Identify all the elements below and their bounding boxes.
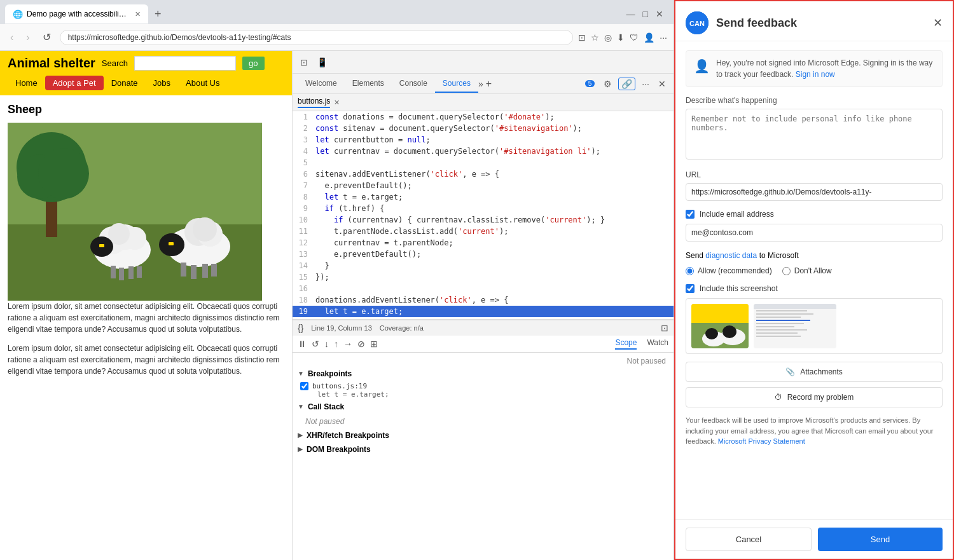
dom-section[interactable]: ▶ DOM Breakpoints [293,442,674,456]
step-button[interactable]: → [343,339,352,349]
svg-rect-24 [202,264,208,278]
screenshot-icon[interactable]: ⊡ [661,323,668,333]
minimize-button[interactable]: — [626,9,635,19]
site-nav: Home Adopt a Pet Donate Jobs About Us [0,76,292,95]
scope-tab[interactable]: Scope [615,338,637,350]
site-header: Animal shelter Search go [0,51,292,76]
site-go-button[interactable]: go [242,57,264,70]
breakpoints-label: Breakpoints [308,369,352,378]
tab-elements[interactable]: Elements [345,75,392,93]
code-line-14: 14 } [293,260,674,271]
deactivate-btn[interactable]: ⊘ [357,339,365,349]
signin-link[interactable]: Sign in now [796,70,835,79]
feedback-close-button[interactable]: ✕ [933,16,943,30]
screenshot-checkbox[interactable] [686,284,695,293]
send-button[interactable]: Send [818,528,943,551]
debugger-toolbar: ⏸ ↺ ↓ ↑ → ⊘ ⊞ Scope Watch [293,336,674,353]
feedback-tool-icon[interactable]: 🔗 [618,78,635,90]
breakpoint-checkbox[interactable] [300,382,308,390]
refresh-button[interactable]: ↺ [39,30,55,44]
nav-home[interactable]: Home [8,76,45,90]
curly-braces-icon[interactable]: {} [298,323,303,333]
code-line-2: 2 const sitenav = document.querySelector… [293,123,674,134]
cancel-button[interactable]: Cancel [686,528,812,551]
code-line-4: 4 let currentnav = document.querySelecto… [293,146,674,157]
step-out-button[interactable]: ↑ [334,339,338,349]
download-icon[interactable]: ⬇ [617,32,625,43]
watch-tab[interactable]: Watch [647,338,668,350]
record-button[interactable]: ⏱ Record my problem [686,387,943,407]
tab-welcome[interactable]: Welcome [298,75,345,93]
more-icon[interactable]: ··· [660,32,667,43]
file-tab-name[interactable]: buttons.js [298,97,330,108]
address-input[interactable] [60,30,574,45]
more-tools-icon[interactable]: ··· [639,78,652,90]
callstack-section[interactable]: ▼ Call Stack [293,400,674,414]
close-button[interactable]: ✕ [656,9,663,19]
nav-adopt[interactable]: Adopt a Pet [45,76,104,90]
tab-more[interactable]: » [478,79,483,89]
close-devtools-icon[interactable]: ✕ [656,78,668,90]
describe-label: Describe what's happening [686,96,943,105]
file-tab-close[interactable]: ✕ [334,99,340,107]
allow-radio[interactable] [686,267,694,275]
favorites-icon[interactable]: ☆ [591,32,599,43]
site-search-input[interactable] [134,56,236,71]
tab-sources[interactable]: Sources [435,75,478,93]
code-line-7: 7 e.preventDefault(); [293,180,674,191]
step-into-button[interactable]: ↓ [324,339,329,349]
tab-console[interactable]: Console [392,75,435,93]
collections-icon[interactable]: ◎ [604,32,612,43]
address-icons: ⊡ ☆ ◎ ⬇ 🛡 👤 ··· [578,32,667,43]
xhr-section[interactable]: ▶ XHR/fetch Breakpoints [293,428,674,442]
step-over-button[interactable]: ↺ [312,339,319,349]
tab-bar: 🌐 Demo page with accessibility iss ✕ + —… [0,0,674,24]
profile-icon[interactable]: 👤 [644,32,654,43]
include-email-checkbox[interactable] [686,210,695,219]
screenshot-preview-box [686,298,943,354]
url-input[interactable] [686,183,943,201]
feedback-signin-notice: 👤 Hey, you're not signed into Microsoft … [686,50,943,87]
nav-jobs[interactable]: Jobs [146,76,178,90]
feedback-title: Send feedback [716,17,797,30]
code-line-15: 15 }); [293,271,674,283]
devtools-dock-btn[interactable]: ⊡ [298,56,310,69]
shield-icon[interactable]: 🛡 [630,32,639,43]
dont-allow-radio[interactable] [782,267,791,275]
devtools-panel: ⊡ 📱 Welcome Elements Console Sources » +… [293,51,674,560]
diagnostic-link[interactable]: diagnostic data [705,251,757,260]
settings-icon[interactable]: ⚙ [601,78,614,90]
devtools-status-bar: {} Line 19, Column 13 Coverage: n/a ⊡ [293,320,674,336]
code-line-16: 16 [293,283,674,294]
callstack-arrow: ▼ [298,403,304,410]
forward-button[interactable]: › [22,31,33,44]
privacy-link[interactable]: Microsoft Privacy Statement [718,437,805,445]
feedback-body: 👤 Hey, you're not signed into Microsoft … [675,41,953,519]
email-input[interactable] [686,224,943,242]
screenshot-thumb-1 [691,304,749,348]
maximize-button[interactable]: □ [643,9,648,19]
code-editor[interactable]: 1 const donations = document.querySelect… [293,111,674,320]
describe-textarea[interactable] [686,109,943,160]
back-button[interactable]: ‹ [6,31,17,44]
tab-close-icon[interactable]: ✕ [135,10,141,18]
devtools-toolbar: ⊡ 📱 [293,51,674,74]
tab-title: Demo page with accessibility iss [27,10,128,18]
new-tab-button[interactable]: + [151,8,165,21]
feedback-panel: CAN Send feedback ✕ 👤 Hey, you're not si… [674,0,954,560]
devtools-mobile-btn[interactable]: 📱 [314,56,330,69]
svg-rect-45 [756,332,798,334]
tablet-icon[interactable]: ⊡ [578,32,586,43]
dom-exception-btn[interactable]: ⊞ [370,339,378,349]
svg-rect-13 [119,268,124,280]
browser-tab-active[interactable]: 🌐 Demo page with accessibility iss ✕ [5,4,148,24]
tab-add[interactable]: + [486,78,492,90]
attachments-button[interactable]: 📎 Attachments [686,362,943,382]
breakpoint-file: buttons.js:19 [312,382,389,390]
code-line-5: 5 [293,157,674,168]
nav-donate[interactable]: Donate [104,76,146,90]
diagnostic-radio-row: Allow (recommended) Don't Allow [686,266,943,275]
pause-button[interactable]: ⏸ [298,339,307,349]
nav-about[interactable]: About Us [178,76,227,90]
breakpoints-section[interactable]: ▼ Breakpoints [293,367,674,381]
